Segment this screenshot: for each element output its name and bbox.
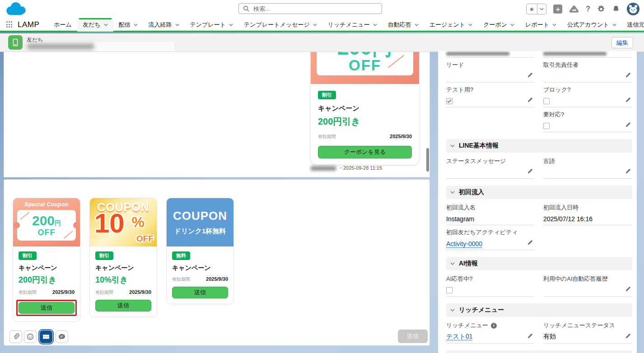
coupon-image: 200円 OFF: [311, 52, 419, 84]
tab-auto-reply[interactable]: 自動応答: [383, 18, 424, 32]
chevron-down-icon[interactable]: [175, 23, 179, 26]
chat-scrollbar-thumb[interactable]: [426, 148, 429, 172]
attachment-icon[interactable]: [9, 330, 22, 343]
edit-field-icon[interactable]: [527, 72, 533, 78]
tab-sender[interactable]: 送信元: [622, 18, 644, 32]
template-message-icon[interactable]: [56, 330, 68, 343]
edit-field-icon[interactable]: [625, 333, 631, 339]
record-details-panel: リード 取引先責任者 テスト用? ブロック? 要対応? LINE基本情報: [438, 51, 637, 353]
chevron-down-icon: [450, 262, 455, 265]
rich-menu-link[interactable]: テスト01: [446, 333, 473, 341]
send-message-button-disabled[interactable]: 送信: [398, 330, 428, 343]
message-meta: ・2025-09-28 11:15: [311, 165, 382, 172]
coupon-ticket-icon[interactable]: [40, 330, 52, 343]
emoji-icon[interactable]: [24, 330, 37, 343]
send-coupon-button[interactable]: 送信: [95, 300, 151, 311]
coupon-card-list: Special Coupon 200円 OFF 割引 キャンペーン 200円引き…: [13, 198, 234, 322]
global-header: ★ ＋ ?: [0, 0, 644, 19]
tab-rich-menu[interactable]: リッチメニュー: [322, 18, 383, 32]
field-lead: リード: [446, 58, 534, 83]
checkbox-unchecked[interactable]: [446, 287, 453, 293]
favorites-star-icon[interactable]: ★: [527, 4, 538, 14]
edit-button[interactable]: 編集: [611, 37, 633, 48]
tab-agent[interactable]: エージェント: [424, 18, 478, 32]
edit-field-icon[interactable]: [527, 97, 533, 103]
user-avatar[interactable]: [627, 3, 639, 15]
edit-field-icon[interactable]: [527, 333, 533, 339]
search-icon: [243, 5, 249, 12]
field-first-inflow-datetime: 初回流入日時 2025/07/12 16:16: [543, 200, 632, 225]
chevron-down-icon[interactable]: [134, 23, 138, 26]
view-coupon-button[interactable]: クーポンを見る: [318, 146, 412, 158]
chevron-down-icon[interactable]: [468, 23, 472, 26]
help-icon[interactable]: ?: [586, 5, 590, 13]
info-icon[interactable]: i: [491, 323, 497, 329]
trailhead-icon[interactable]: [569, 5, 579, 14]
activity-link[interactable]: Activity-0000: [446, 240, 482, 247]
edit-field-icon[interactable]: [625, 97, 631, 103]
send-coupon-button[interactable]: 送信: [19, 302, 75, 314]
coupon-selection-panel: Special Coupon 200円 OFF 割引 キャンペーン 200円引き…: [4, 179, 430, 346]
coupon-type-badge: 割引: [318, 91, 336, 99]
favorites-button[interactable]: ★: [526, 4, 547, 14]
coupon-subtitle: 10%引き: [95, 274, 151, 285]
field-needs-action: 要対応?: [543, 107, 632, 132]
utility-bar: ★ ＋ ?: [526, 2, 639, 16]
edit-field-icon[interactable]: [527, 239, 533, 246]
chevron-down-icon[interactable]: [373, 23, 377, 26]
tab-official-account[interactable]: 公式アカウント: [562, 18, 622, 32]
coupon-card-10pct: COUPON 10 % OFF 割引 キャンペーン 10%引き 有効期間 202…: [89, 198, 157, 317]
section-system-info[interactable]: システム情報: [446, 350, 632, 353]
add-icon[interactable]: ＋: [553, 5, 562, 14]
tab-template-message[interactable]: テンプレートメッセージ: [238, 18, 322, 32]
checkbox-unchecked[interactable]: [543, 123, 550, 129]
chevron-down-icon[interactable]: [552, 23, 556, 26]
edit-field-icon[interactable]: [625, 72, 631, 78]
message-timestamp: ・2025-09-28 11:15: [338, 165, 382, 172]
app-launcher-icon[interactable]: [6, 21, 12, 28]
edit-field-icon[interactable]: [625, 168, 631, 174]
send-coupon-button[interactable]: 送信: [172, 287, 228, 298]
field-rich-menu: リッチメニューi テスト01: [446, 318, 534, 344]
tab-friends[interactable]: 友だち: [77, 18, 113, 32]
chevron-down-icon[interactable]: [229, 23, 233, 26]
chevron-down-icon[interactable]: [612, 23, 616, 26]
tab-home[interactable]: ホーム: [48, 18, 77, 32]
field-ai-history: 利用中のAI自動応答履歴: [543, 272, 632, 297]
notifications-bell-icon[interactable]: [612, 5, 620, 13]
favorites-caret-icon[interactable]: [537, 4, 546, 14]
chevron-down-icon[interactable]: [313, 23, 317, 26]
tab-broadcast[interactable]: 配信: [113, 18, 143, 32]
coupon-image-free-drink: COUPON ドリンク1杯無料: [167, 198, 233, 246]
global-search[interactable]: [238, 3, 382, 14]
section-first-inflow[interactable]: 初回流入: [446, 186, 632, 199]
coupon-subtitle: 200円引き: [318, 116, 412, 128]
field-first-friend-activity: 初回友だちアクティビティ Activity-0000: [446, 225, 534, 250]
checkbox-checked[interactable]: [446, 98, 453, 104]
section-line-basic[interactable]: LINE基本情報: [446, 139, 632, 153]
edit-field-icon[interactable]: [625, 121, 631, 128]
field-block: ブロック?: [543, 83, 632, 107]
chevron-down-icon[interactable]: [415, 23, 419, 26]
nav-tabs: ホーム 友だち 配信 流入経路 テンプレート テンプレートメッセージ リッチメニ…: [48, 18, 644, 32]
tab-report[interactable]: レポート: [520, 18, 562, 32]
chevron-down-icon[interactable]: [510, 23, 514, 26]
app-navigation-bar: LAMP ホーム 友だち 配信 流入経路 テンプレート テンプレートメッセージ …: [0, 19, 644, 32]
checkbox-unchecked[interactable]: [543, 98, 550, 104]
edit-field-icon[interactable]: [625, 286, 631, 292]
chevron-down-icon: [450, 309, 455, 311]
coupon-card-200yen: Special Coupon 200円 OFF 割引 キャンペーン 200円引き…: [13, 198, 80, 322]
tab-coupon[interactable]: クーポン: [478, 18, 520, 32]
chevron-down-icon[interactable]: [104, 23, 108, 26]
edit-field-icon[interactable]: [527, 168, 533, 174]
section-ai-info[interactable]: AI情報: [446, 257, 632, 270]
setup-gear-icon[interactable]: [597, 5, 605, 13]
section-rich-menu[interactable]: リッチメニュー: [446, 303, 632, 317]
search-input[interactable]: [252, 5, 378, 13]
chat-history-panel: 200円 OFF 割引 キャンペーン 200円引き 有効期間 2025/9/30…: [4, 52, 430, 177]
period-label: 有効期間: [318, 134, 336, 140]
salesforce-cloud-logo[interactable]: [5, 1, 27, 17]
tab-template[interactable]: テンプレート: [185, 18, 239, 32]
tab-inflow-route[interactable]: 流入経路: [143, 18, 185, 32]
coupon-title: キャンペーン: [95, 264, 151, 272]
